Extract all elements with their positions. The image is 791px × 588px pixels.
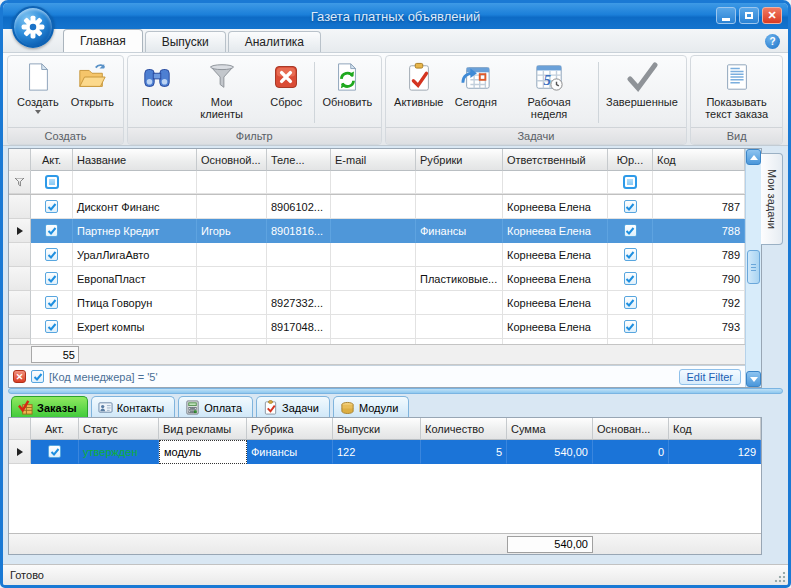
close-filter-button[interactable]: ✕ <box>13 370 26 383</box>
table-row[interactable]: Expert компы 8917048... Корнеева Елена 7… <box>9 315 745 339</box>
scroll-up-button[interactable] <box>746 149 761 165</box>
col-header-osnovnoy[interactable]: Основной... <box>197 149 267 171</box>
legal-checkbox[interactable] <box>624 248 637 261</box>
filter-cell-yur[interactable] <box>608 171 653 194</box>
col-header-summa[interactable]: Сумма <box>507 418 593 440</box>
active-checkbox[interactable] <box>45 224 58 237</box>
order-status[interactable]: утвержден <box>79 440 159 464</box>
col-header-tele[interactable]: Теле... <box>267 149 331 171</box>
legal-checkbox[interactable] <box>624 200 637 213</box>
close-button[interactable]: ✕ <box>762 7 782 24</box>
app-menu-orb[interactable] <box>12 6 54 48</box>
active-checkbox[interactable] <box>45 200 58 213</box>
create-button[interactable]: Создать <box>11 58 65 127</box>
ribbon-tab-strip: Главная Выпуски Аналитика <box>3 29 788 53</box>
contacts-icon <box>98 400 113 415</box>
table-row[interactable]: ЕвропаПласт Пластиковые... Корнеева Елен… <box>9 267 745 291</box>
completed-button[interactable]: Завершенные <box>601 58 684 127</box>
tab-zadachi[interactable]: Задачи <box>256 396 330 418</box>
tab-moduli[interactable]: Модули <box>333 396 409 418</box>
col-header-email[interactable]: E-mail <box>331 149 416 171</box>
filter-cell[interactable] <box>416 171 503 194</box>
active-checkbox[interactable] <box>48 445 61 458</box>
col-header-vid-reklamy[interactable]: Вид рекламы <box>159 418 247 440</box>
col-header-rubrika[interactable]: Рубрика <box>247 418 333 440</box>
tab-zakazy[interactable]: Заказы <box>11 396 88 418</box>
active-checkbox[interactable] <box>45 296 58 309</box>
edit-filter-button[interactable]: Edit Filter <box>679 369 741 385</box>
clients-grid: Акт. Название Основной... Теле... E-mail… <box>8 148 762 388</box>
filter-cell[interactable] <box>331 171 416 194</box>
my-tasks-side-tab[interactable]: Мои задачи <box>761 153 783 245</box>
col-header-nazvanie[interactable]: Название <box>73 149 197 171</box>
active-checkbox[interactable] <box>45 272 58 285</box>
scroll-down-button[interactable] <box>746 371 761 387</box>
col-header-kod[interactable]: Код <box>653 149 745 171</box>
filter-cell[interactable] <box>653 171 745 194</box>
minimize-button[interactable] <box>716 7 736 24</box>
svg-text:5: 5 <box>543 72 551 88</box>
tab-glavnaya[interactable]: Главная <box>63 29 143 52</box>
reset-button[interactable]: Сброс <box>260 58 312 127</box>
title-bar[interactable]: Газета платных объявлений ✕ <box>3 3 788 29</box>
legal-checkbox[interactable] <box>624 296 637 309</box>
legal-checkbox[interactable] <box>624 320 637 333</box>
show-order-text-button[interactable]: Показывать текст заказа <box>694 58 779 127</box>
filter-row-indicator <box>9 171 31 194</box>
refresh-button[interactable]: Обновить <box>317 58 377 127</box>
col-header-kolichestvo[interactable]: Количество <box>421 418 507 440</box>
tab-analitika[interactable]: Аналитика <box>228 31 321 52</box>
summary-row: 55 <box>9 344 745 365</box>
pane-splitter[interactable] <box>8 388 783 394</box>
table-row[interactable]: Птица Говорун 8927332... Корнеева Елена … <box>9 291 745 315</box>
table-row[interactable]: УралЛигаАвто Корнеева Елена 789 <box>9 243 745 267</box>
active-tasks-button[interactable]: Активные <box>389 58 450 127</box>
group-caption-filter: Фильтр <box>128 127 380 144</box>
legal-checkbox[interactable] <box>624 224 637 237</box>
filter-enabled-checkbox[interactable] <box>31 370 44 383</box>
col-header-otvetstvenny[interactable]: Ответственный <box>503 149 608 171</box>
my-clients-button[interactable]: Мои клиенты <box>183 58 260 127</box>
active-checkbox[interactable] <box>45 248 58 261</box>
today-button[interactable]: Сегодня <box>449 58 502 127</box>
order-row-selected[interactable]: утвержден модуль Финансы 122 5 540,00 0 … <box>9 440 761 464</box>
work-week-button[interactable]: 5 Рабочая неделя <box>502 58 595 127</box>
filter-expression[interactable]: [Код менеджера] = '5' <box>49 371 674 383</box>
table-row-selected[interactable]: Партнер Кредит Игорь 8901816... Финансы … <box>9 219 745 243</box>
tab-kontakty[interactable]: Контакты <box>91 396 176 418</box>
search-button[interactable]: Поиск <box>131 58 183 127</box>
scrollbar-track[interactable] <box>746 165 761 371</box>
filter-cell[interactable] <box>197 171 267 194</box>
table-row[interactable]: Дисконт Финанс 8906102... Корнеева Елена… <box>9 195 745 219</box>
tab-vypuski[interactable]: Выпуски <box>145 31 226 52</box>
checkbox-filter-icon[interactable] <box>45 175 59 189</box>
refresh-icon <box>331 61 363 93</box>
col-header-akt[interactable]: Акт. <box>31 418 79 440</box>
col-header-osnovan[interactable]: Основан... <box>593 418 669 440</box>
legal-checkbox[interactable] <box>624 272 637 285</box>
open-button[interactable]: Открыть <box>65 58 120 127</box>
scrollbar-thumb[interactable] <box>747 250 760 284</box>
filter-cell[interactable] <box>73 171 197 194</box>
document-text-icon <box>721 61 753 93</box>
filter-cell-akt[interactable] <box>31 171 73 194</box>
resize-grip[interactable] <box>774 571 786 583</box>
vertical-scrollbar[interactable] <box>745 149 761 387</box>
active-checkbox[interactable] <box>45 320 58 333</box>
col-header-rubriki[interactable]: Рубрики <box>416 149 503 171</box>
filter-cell[interactable] <box>503 171 608 194</box>
filter-cell[interactable] <box>267 171 331 194</box>
app-window: Газета платных объявлений ✕ ? Главная Вы… <box>0 0 791 588</box>
col-header-yur[interactable]: Юр... <box>608 149 653 171</box>
checkbox-filter-icon[interactable] <box>623 175 637 189</box>
ad-type-editor[interactable]: модуль <box>159 440 247 464</box>
col-header-vypuski[interactable]: Выпуски <box>333 418 421 440</box>
row-count-summary: 55 <box>31 346 79 363</box>
help-button[interactable]: ? <box>765 34 780 49</box>
col-header-status[interactable]: Статус <box>79 418 159 440</box>
maximize-button[interactable] <box>739 7 759 24</box>
tab-oplata[interactable]: Оплата <box>178 396 253 418</box>
col-header-akt[interactable]: Акт. <box>31 149 73 171</box>
binoculars-icon <box>141 61 173 93</box>
col-header-kod[interactable]: Код <box>669 418 761 440</box>
